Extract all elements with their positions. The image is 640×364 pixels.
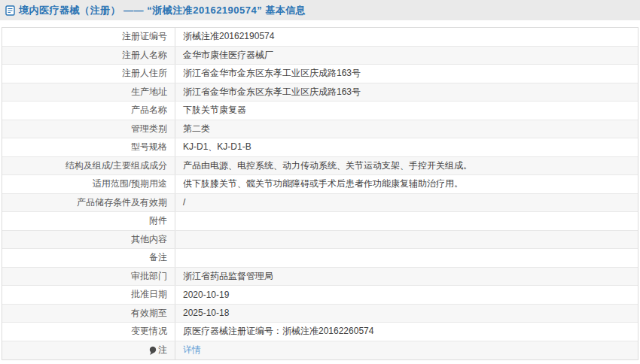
table-row: 附件 — [2, 212, 638, 231]
table-row: 批准日期2020-10-19 — [2, 286, 638, 305]
row-value-text: 2025-10-18 — [183, 308, 229, 318]
row-label: 有效期至 — [2, 305, 175, 323]
row-label: 注册人名称 — [2, 47, 175, 65]
row-value-text: KJ-D1、KJ-D1-B — [183, 141, 251, 153]
table-row: 型号规格KJ-D1、KJ-D1-B — [2, 138, 638, 157]
row-label: 备注 — [2, 249, 175, 267]
table-row: 审批部门浙江省药品监督管理局 — [2, 268, 638, 287]
row-label-text: 批准日期 — [131, 288, 167, 301]
table-row: 产品名称下肢关节康复器 — [2, 102, 638, 120]
row-label: 注册人住所 — [2, 65, 175, 83]
row-label: 型号规格 — [2, 138, 175, 156]
table-row: 结构及组成/主要组成成分产品由电源、电控系统、动力传动系统、关节运动支架、手控开… — [2, 157, 638, 176]
table-row: 生产地址浙江省金华市金东区东孝工业区庆成路163号 — [2, 83, 638, 102]
row-label: 管理类别 — [2, 120, 175, 138]
row-value: 下肢关节康复器 — [175, 102, 638, 120]
row-label: 结构及组成/主要组成成分 — [2, 157, 175, 175]
row-label-text: 适用范围/预期用途 — [93, 177, 167, 190]
row-label-text: 注册人名称 — [122, 49, 167, 62]
row-value-text: 金华市康佳医疗器械厂 — [183, 49, 273, 62]
row-value — [175, 231, 638, 249]
row-value: 浙械注准20162190574 — [175, 28, 638, 46]
row-label: 其他内容 — [2, 231, 175, 249]
row-label-text: 附件 — [149, 214, 167, 227]
row-label-text: 产品名称 — [131, 104, 167, 117]
table-row: 注详情 — [2, 341, 638, 360]
row-value-text: 第二类 — [183, 123, 210, 135]
row-value-text: 浙江省药品监督管理局 — [183, 270, 273, 283]
row-value — [175, 249, 638, 267]
table-row: 注册证编号浙械注准20162190574 — [2, 28, 638, 47]
table-row: 备注 — [2, 249, 638, 268]
row-label-text: 型号规格 — [131, 141, 167, 153]
row-label-text: 结构及组成/主要组成成分 — [66, 159, 167, 172]
row-value-text: 浙江省金华市金东区东孝工业区庆成路163号 — [183, 86, 361, 99]
table-row: 其他内容 — [2, 231, 638, 250]
row-label: 附件 — [2, 212, 175, 230]
row-value-text: 产品由电源、电控系统、动力传动系统、关节运动支架、手控开关组成。 — [183, 159, 472, 172]
page-header: 境内医疗器械（注册） —— “浙械注准20162190574” 基本信息 — [0, 0, 640, 20]
row-value: 第二类 — [175, 120, 638, 138]
note-pin-icon — [148, 346, 157, 356]
row-value-text: 下肢关节康复器 — [183, 104, 246, 117]
row-value-text: 2020-10-19 — [183, 290, 229, 300]
row-value: KJ-D1、KJ-D1-B — [175, 138, 638, 156]
info-table: 注册证编号浙械注准20162190574注册人名称金华市康佳医疗器械厂注册人住所… — [2, 27, 638, 360]
row-value: 详情 — [175, 341, 638, 360]
row-label: 注 — [2, 341, 175, 360]
row-label: 注册证编号 — [2, 28, 175, 46]
row-value-text: 浙江省金华市金东区东孝工业区庆成路163号 — [183, 67, 361, 80]
row-label-text: 变更情况 — [131, 325, 167, 338]
row-value-text: 供下肢膝关节、髋关节功能障碍或手术后患者作功能康复辅助治疗用。 — [183, 177, 463, 190]
row-value: 原医疗器械注册证编号：浙械注准20162260574 — [175, 323, 638, 341]
table-row: 注册人住所浙江省金华市金东区东孝工业区庆成路163号 — [2, 65, 638, 83]
row-label-text: 管理类别 — [131, 123, 167, 135]
row-label-text: 有效期至 — [131, 307, 167, 320]
row-value: 浙江省金华市金东区东孝工业区庆成路163号 — [175, 65, 638, 83]
page-title: 境内医疗器械（注册） —— “浙械注准20162190574” 基本信息 — [19, 4, 306, 17]
row-value-text: 原医疗器械注册证编号：浙械注准20162260574 — [183, 325, 373, 338]
row-value-text: / — [183, 197, 185, 208]
row-value: 2025-10-18 — [175, 305, 638, 323]
row-label-text: 备注 — [149, 251, 167, 264]
row-value: 产品由电源、电控系统、动力传动系统、关节运动支架、手控开关组成。 — [175, 157, 638, 175]
table-row: 变更情况原医疗器械注册证编号：浙械注准20162260574 — [2, 323, 638, 341]
row-label-text: 注 — [158, 344, 167, 356]
row-label-text: 注册证编号 — [122, 30, 167, 43]
row-label-text: 生产地址 — [131, 86, 167, 99]
row-label: 变更情况 — [2, 323, 175, 341]
row-label: 产品名称 — [2, 102, 175, 120]
table-row: 注册人名称金华市康佳医疗器械厂 — [2, 47, 638, 65]
row-value-text: 浙械注准20162190574 — [183, 30, 274, 43]
table-row: 有效期至2025-10-18 — [2, 305, 638, 323]
row-label: 生产地址 — [2, 83, 175, 102]
row-label: 适用范围/预期用途 — [2, 175, 175, 193]
row-value: / — [175, 194, 638, 212]
table-row: 管理类别第二类 — [2, 120, 638, 139]
table-row: 适用范围/预期用途供下肢膝关节、髋关节功能障碍或手术后患者作功能康复辅助治疗用。 — [2, 175, 638, 194]
row-value — [175, 212, 638, 230]
document-icon — [5, 5, 15, 16]
row-label: 审批部门 — [2, 268, 175, 286]
row-label: 产品储存条件及有效期 — [2, 194, 175, 212]
row-value: 金华市康佳医疗器械厂 — [175, 47, 638, 65]
row-label-text: 审批部门 — [131, 270, 167, 283]
detail-link[interactable]: 详情 — [183, 344, 201, 356]
row-label-text: 其他内容 — [131, 233, 167, 246]
table-row: 产品储存条件及有效期/ — [2, 194, 638, 213]
row-value: 浙江省药品监督管理局 — [175, 268, 638, 286]
row-label: 批准日期 — [2, 286, 175, 304]
row-value: 2020-10-19 — [175, 286, 638, 304]
row-value: 浙江省金华市金东区东孝工业区庆成路163号 — [175, 83, 638, 102]
row-label-text: 产品储存条件及有效期 — [77, 196, 167, 209]
row-value: 供下肢膝关节、髋关节功能障碍或手术后患者作功能康复辅助治疗用。 — [175, 175, 638, 193]
row-label-text: 注册人住所 — [122, 67, 167, 80]
